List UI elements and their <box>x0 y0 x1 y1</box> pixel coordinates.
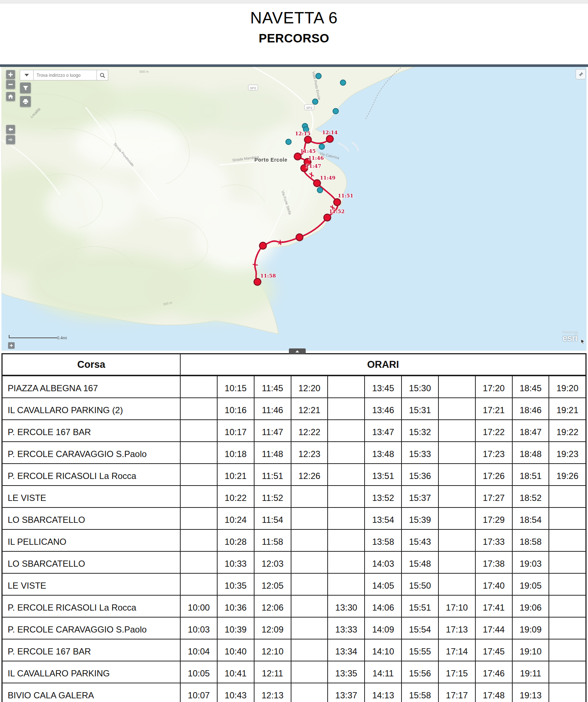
home-extent-button[interactable] <box>6 92 15 101</box>
time-cell: 11:54 <box>254 507 291 529</box>
time-cell: 19:03 <box>512 551 549 573</box>
time-cell: 19:26 <box>549 464 586 486</box>
route-stop-marker[interactable] <box>314 180 321 187</box>
time-cell: 13:35 <box>328 661 365 683</box>
timetable: Corsa ORARI PIAZZA ALBEGNA 16710:1511:45… <box>1 353 587 702</box>
time-cell: 10:43 <box>217 683 254 702</box>
search-source-dropdown[interactable] <box>20 70 34 80</box>
time-cell <box>180 420 217 442</box>
time-cell: 11:48 <box>254 442 291 464</box>
time-cell <box>438 507 475 529</box>
time-cell: 19:10 <box>512 639 549 661</box>
time-cell: 17:27 <box>475 486 512 507</box>
time-cell: 19:22 <box>549 420 586 442</box>
zoom-in-button[interactable] <box>6 70 15 79</box>
map-image[interactable]: Porto ErcoleStrada MandricaVia Forte Ste… <box>1 67 587 351</box>
bus-stop-dot[interactable] <box>316 73 321 79</box>
time-cell <box>549 617 586 639</box>
time-cell: 14:06 <box>365 595 402 617</box>
map-top-bar <box>0 64 588 67</box>
bus-stop-dot[interactable] <box>319 144 325 150</box>
time-cell: 12:06 <box>254 595 291 617</box>
time-cell <box>549 486 586 507</box>
time-cell: 17:14 <box>438 639 475 661</box>
stop-name-cell: P. ERCOLE RICASOLI La Rocca <box>2 464 181 486</box>
route-time-label: 11:58 <box>260 273 276 279</box>
time-cell <box>180 551 217 573</box>
route-stop-marker[interactable] <box>254 279 261 286</box>
home-icon <box>8 94 14 99</box>
route-time-label: 11:52 <box>329 208 345 214</box>
chevron-down-icon <box>24 74 29 76</box>
time-cell <box>549 507 586 529</box>
time-cell: 11:52 <box>254 486 291 507</box>
map-scale-bar <box>9 335 57 338</box>
time-cell: 13:46 <box>365 398 402 420</box>
time-cell: 17:10 <box>438 595 475 617</box>
time-cell: 12:26 <box>291 464 328 486</box>
map-section: Porto ErcoleStrada MandricaVia Forte Ste… <box>0 64 588 351</box>
time-cell: 13:48 <box>365 442 402 464</box>
filter-button[interactable] <box>20 82 31 94</box>
time-cell <box>438 398 475 420</box>
page-title: NAVETTA 6 <box>0 9 588 27</box>
time-cell: 11:51 <box>254 464 291 486</box>
print-button[interactable] <box>20 96 31 107</box>
time-cell: 12:09 <box>254 617 291 639</box>
table-row: P. ERCOLE 167 BAR10:1711:4712:2213:4715:… <box>2 420 586 442</box>
bus-stop-dot[interactable] <box>313 99 318 105</box>
time-cell: 12:13 <box>254 683 291 702</box>
time-cell: 10:35 <box>217 573 254 595</box>
time-cell: 17:23 <box>475 442 512 464</box>
time-cell <box>291 529 328 551</box>
table-row: IL CAVALLARO PARKING (2)10:1611:4612:211… <box>2 398 586 420</box>
route-time-label: 12:14 <box>322 129 338 135</box>
time-cell: 13:52 <box>365 486 402 507</box>
time-cell: 19:11 <box>512 661 549 683</box>
stop-name-cell: P. ERCOLE RICASOLI La Rocca <box>2 595 181 617</box>
time-cell <box>180 529 217 551</box>
plus-icon <box>10 344 13 347</box>
time-cell: 11:46 <box>254 398 291 420</box>
time-cell: 17:46 <box>475 661 512 683</box>
time-cell: 12:22 <box>291 420 328 442</box>
time-cell: 19:06 <box>512 595 549 617</box>
time-cell <box>328 507 365 529</box>
time-cell <box>180 375 217 398</box>
map-canvas[interactable]: Porto ErcoleStrada MandricaVia Forte Ste… <box>1 67 587 351</box>
route-stop-marker[interactable] <box>324 214 331 221</box>
bus-stop-dot[interactable] <box>340 80 346 86</box>
route-stop-marker[interactable] <box>327 136 333 143</box>
time-cell <box>291 683 328 702</box>
route-stop-marker[interactable] <box>305 136 312 143</box>
time-cell: 10:16 <box>217 398 254 420</box>
route-stop-marker[interactable] <box>294 153 301 160</box>
time-cell: 15:51 <box>402 595 438 617</box>
bus-stop-dot[interactable] <box>317 188 323 193</box>
map-pin-button[interactable] <box>576 69 586 79</box>
zoom-out-button[interactable] <box>6 80 15 89</box>
time-cell: 14:09 <box>365 617 402 639</box>
search-submit-button[interactable] <box>97 70 108 80</box>
previous-extent-button[interactable] <box>6 125 15 134</box>
route-stop-marker[interactable] <box>296 234 303 241</box>
table-row: P. ERCOLE 167 BAR10:0410:4012:1013:3414:… <box>2 639 586 661</box>
overview-toggle-button[interactable] <box>8 342 15 349</box>
time-cell: 19:05 <box>512 573 549 595</box>
time-cell <box>438 486 475 507</box>
search-input[interactable] <box>34 70 97 80</box>
bus-stop-dot[interactable] <box>286 139 291 145</box>
route-stop-marker[interactable] <box>334 199 341 206</box>
time-cell: 13:47 <box>365 420 402 442</box>
table-row: IL PELLICANO10:2811:5813:5815:4317:3318:… <box>2 529 586 551</box>
time-cell: 10:41 <box>217 661 254 683</box>
time-cell: 10:24 <box>217 507 254 529</box>
bus-stop-dot[interactable] <box>333 109 339 114</box>
road-shield-label: SP2 <box>250 86 256 90</box>
route-stop-marker[interactable] <box>260 242 267 249</box>
time-cell: 18:58 <box>512 529 549 551</box>
next-extent-button[interactable] <box>6 135 15 144</box>
time-cell: 12:11 <box>254 661 291 683</box>
map-collapse-tab[interactable] <box>289 348 306 354</box>
time-cell: 19:13 <box>512 683 549 702</box>
